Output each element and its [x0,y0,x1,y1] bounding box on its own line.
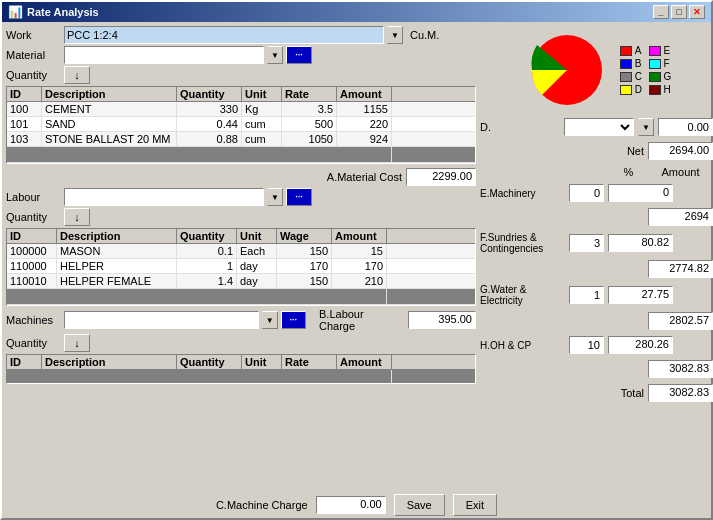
material-input[interactable] [64,46,264,64]
work-input[interactable] [64,26,384,44]
lab-col-qty: Quantity [177,229,237,243]
mat-row-3[interactable]: 103 STONE BALLAST 20 MM 0.88 cum 1050 92… [7,132,475,147]
lab-cell-id-1: 100000 [7,244,57,258]
legend-color-h [649,85,661,95]
labour-input[interactable] [64,188,264,206]
lab-col-wage: Wage [277,229,332,243]
e-machinery-pct[interactable]: 0 [569,184,604,202]
material-quantity-down-button[interactable]: ↓ [64,66,90,84]
mat-cell-rate-2: 500 [282,117,337,131]
lab-row-2[interactable]: 110000 HELPER 1 day 170 170 [7,259,475,274]
material-dropdown-arrow[interactable]: ▼ [267,46,283,64]
machines-label: Machines [6,314,61,326]
legend-color-c [620,72,632,82]
lab-cell-wage-1: 150 [277,244,332,258]
mat-row-empty [7,147,475,163]
labour-dots-button[interactable]: ··· [286,188,312,206]
legend-c: C [620,71,643,82]
c-machine-charge-label: C.Machine Charge [216,499,308,511]
title-bar-left: 📊 Rate Analysis [8,5,99,19]
labour-grid: ID Description Quantity Unit Wage Amount… [6,228,476,306]
legend-color-b [620,59,632,69]
lab-col-desc: Description [57,229,177,243]
lab-cell-qty-3: 1.4 [177,274,237,288]
f-sundries-label: F.Sundries & Contingencies [480,232,565,254]
left-panel: Work ▼ Cu.M. Material ▼ ··· Quantity ↓ I… [6,26,476,488]
machines-dropdown-arrow[interactable]: ▼ [262,311,278,329]
b-labour-charge-inline-label: B.Labour Charge [319,308,401,332]
d-select[interactable] [564,118,634,136]
mat-cell-id-3: 103 [7,132,42,146]
lab-cell-qty-2: 1 [177,259,237,273]
lab-cell-id-3: 110010 [7,274,57,288]
net-label: Net [614,145,644,157]
lab-col-unit: Unit [237,229,277,243]
legend-label-a: A [635,45,642,56]
exit-button[interactable]: Exit [453,494,497,516]
mat-row-2[interactable]: 101 SAND 0.44 cum 500 220 [7,117,475,132]
machines-dots-button[interactable]: ··· [281,311,306,329]
material-label: Material [6,49,61,61]
lab-cell-desc-2: HELPER [57,259,177,273]
work-dropdown-arrow[interactable]: ▼ [387,26,403,44]
legend-label-d: D [635,84,642,95]
work-label: Work [6,29,61,41]
material-quantity-row: Quantity ↓ [6,66,476,84]
labour-grid-header: ID Description Quantity Unit Wage Amount [7,229,475,244]
pie-area: A E B F C [480,26,713,114]
subtotal4-value: 3082.83 [648,360,713,378]
lab-cell-qty-1: 0.1 [177,244,237,258]
legend: A E B F C [620,45,672,95]
mat-row-1[interactable]: 100 CEMENT 330 Kg 3.5 1155 [7,102,475,117]
machines-input[interactable] [64,311,259,329]
legend-label-b: B [635,58,642,69]
lab-cell-desc-1: MASON [57,244,177,258]
labour-quantity-down-button[interactable]: ↓ [64,208,90,226]
legend-color-g [649,72,661,82]
lab-row-3[interactable]: 110010 HELPER FEMALE 1.4 day 150 210 [7,274,475,289]
material-grid-header: ID Description Quantity Unit Rate Amount [7,87,475,102]
labour-dropdown-arrow[interactable]: ▼ [267,188,283,206]
h-oh-pct[interactable]: 10 [569,336,604,354]
title-icon: 📊 [8,5,23,19]
close-button[interactable]: ✕ [689,5,705,19]
material-quantity-label: Quantity [6,69,61,81]
lab-col-id: ID [7,229,57,243]
save-button[interactable]: Save [394,494,445,516]
g-water-amount: 27.75 [608,286,673,304]
subtotal3-value: 2802.57 [648,312,713,330]
legend-label-f: F [664,58,670,69]
mach-row-empty [7,370,475,384]
lab-cell-id-2: 110000 [7,259,57,273]
lab-cell-unit-2: day [237,259,277,273]
legend-label-h: H [664,84,671,95]
material-dots-button[interactable]: ··· [286,46,312,64]
lab-cell-amount-3: 210 [332,274,387,288]
net-row: Net 2694.00 [480,142,713,160]
unit-label: Cu.M. [410,29,439,41]
mat-cell-rate-3: 1050 [282,132,337,146]
d-value[interactable]: 0.00 [658,118,713,136]
mat-cell-id-2: 101 [7,117,42,131]
legend-color-f [649,59,661,69]
maximize-button[interactable]: □ [671,5,687,19]
mach-col-qty: Quantity [177,355,242,369]
minimize-button[interactable]: _ [653,5,669,19]
g-water-pct[interactable]: 1 [569,286,604,304]
mach-col-desc: Description [42,355,177,369]
bottom-bar: C.Machine Charge 0.00 Save Exit [2,492,711,518]
labour-label: Labour [6,191,61,203]
lab-row-1[interactable]: 100000 MASON 0.1 Each 150 15 [7,244,475,259]
labour-row: Labour ▼ ··· A.Material Cost 2299.00 [6,188,476,206]
material-row: Material ▼ ··· [6,46,476,64]
machines-quantity-down-button[interactable]: ↓ [64,334,90,352]
lab-cell-unit-3: day [237,274,277,288]
d-dropdown-arrow[interactable]: ▼ [638,118,654,136]
a-material-cost-label: A.Material Cost [327,171,402,183]
total-label: Total [604,387,644,399]
lab-cell-amount-1: 15 [332,244,387,258]
lab-col-amount: Amount [332,229,387,243]
legend-color-a [620,46,632,56]
f-sundries-pct[interactable]: 3 [569,234,604,252]
pct-amount-header: % Amount [480,166,713,178]
